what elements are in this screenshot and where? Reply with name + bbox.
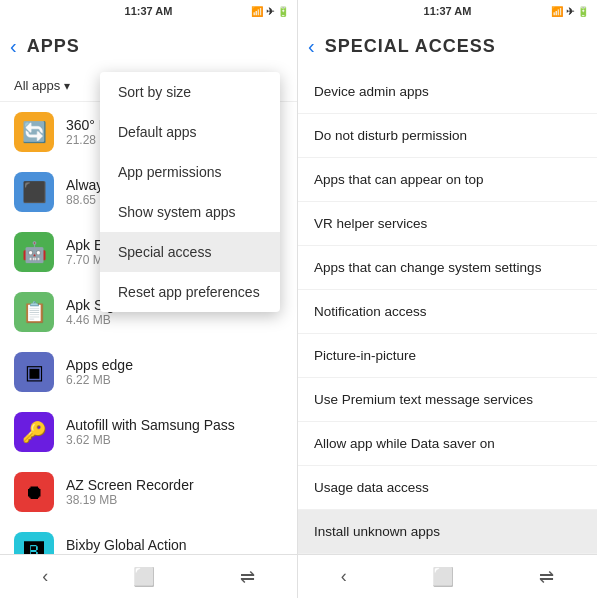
app-info-bixby: Bixby Global Action 5.46 MB [66,537,187,554]
left-time: 11:37 AM [125,5,173,17]
dropdown-menu: Sort by size Default apps App permission… [100,72,280,312]
right-status-bar: 11:37 AM 📶 ✈ 🔋 [298,0,597,22]
special-item-do-not-disturb[interactable]: Do not disturb permission [298,114,597,158]
right-nav-home[interactable]: ⬜ [412,558,474,596]
app-info-autofill: Autofill with Samsung Pass 3.62 MB [66,417,235,447]
app-icon-360: 🔄 [14,112,54,152]
special-item-premium-sms[interactable]: Use Premium text message services [298,378,597,422]
dropdown-default-apps[interactable]: Default apps [100,112,280,152]
left-nav-back[interactable]: ‹ [22,558,68,595]
special-item-change-system-settings[interactable]: Apps that can change system settings [298,246,597,290]
left-app-bar: ‹ APPS [0,22,297,70]
left-nav-home[interactable]: ⬜ [113,558,175,596]
airplane-icon: ✈ [566,6,574,17]
right-back-button[interactable]: ‹ [308,35,315,58]
special-item-install-unknown[interactable]: Install unknown apps [298,510,597,554]
left-status-bar: 11:37 AM 📶 ✈ 🔋 [0,0,297,22]
left-status-icons: 📶 ✈ 🔋 [251,6,289,17]
list-item[interactable]: ⏺ AZ Screen Recorder 38.19 MB [0,462,297,522]
app-size: 6.22 MB [66,373,133,387]
dropdown-app-permissions[interactable]: App permissions [100,152,280,192]
left-title: APPS [27,36,80,57]
app-icon-apkextra: 🤖 [14,232,54,272]
signal-icon: 📶 [251,6,263,17]
special-item-device-admin[interactable]: Device admin apps [298,70,597,114]
right-nav-bar: ‹ ⬜ ⇌ [298,554,597,598]
airplane-icon: ✈ [266,6,274,17]
left-nav-recents[interactable]: ⇌ [220,558,275,596]
app-size: 3.62 MB [66,433,235,447]
special-item-appear-on-top[interactable]: Apps that can appear on top [298,158,597,202]
app-icon-always: ⬛ [14,172,54,212]
left-nav-bar: ‹ ⬜ ⇌ [0,554,297,598]
list-item[interactable]: ▣ Apps edge 6.22 MB [0,342,297,402]
special-item-data-saver[interactable]: Allow app while Data saver on [298,422,597,466]
app-name: Apps edge [66,357,133,373]
dropdown-reset-app-preferences[interactable]: Reset app preferences [100,272,280,312]
right-nav-back[interactable]: ‹ [321,558,367,595]
right-title: SPECIAL ACCESS [325,36,496,57]
right-status-icons: 📶 ✈ 🔋 [551,6,589,17]
app-name: Bixby Global Action [66,537,187,553]
right-time: 11:37 AM [424,5,472,17]
left-panel: 11:37 AM 📶 ✈ 🔋 ‹ APPS All apps ▾ 🔄 360° … [0,0,298,598]
dropdown-sort-by-size[interactable]: Sort by size [100,72,280,112]
app-icon-apksigner: 📋 [14,292,54,332]
app-icon-az: ⏺ [14,472,54,512]
special-item-usage-data[interactable]: Usage data access [298,466,597,510]
app-icon-bixby: 🅱 [14,532,54,554]
left-back-button[interactable]: ‹ [10,35,17,58]
filter-label: All apps [14,78,60,93]
app-size: 4.46 MB [66,313,134,327]
app-info-az: AZ Screen Recorder 38.19 MB [66,477,194,507]
special-item-notification-access[interactable]: Notification access [298,290,597,334]
right-app-bar: ‹ SPECIAL ACCESS [298,22,597,70]
list-item[interactable]: 🅱 Bixby Global Action 5.46 MB [0,522,297,554]
special-access-list: Device admin apps Do not disturb permiss… [298,70,597,554]
dropdown-show-system-apps[interactable]: Show system apps [100,192,280,232]
special-item-picture-in-picture[interactable]: Picture-in-picture [298,334,597,378]
signal-icon: 📶 [551,6,563,17]
right-panel: 11:37 AM 📶 ✈ 🔋 ‹ SPECIAL ACCESS Device a… [298,0,597,598]
list-item[interactable]: 🔑 Autofill with Samsung Pass 3.62 MB [0,402,297,462]
app-name: AZ Screen Recorder [66,477,194,493]
app-name: Autofill with Samsung Pass [66,417,235,433]
battery-icon: 🔋 [277,6,289,17]
app-size: 38.19 MB [66,493,194,507]
dropdown-special-access[interactable]: Special access [100,232,280,272]
filter-chevron: ▾ [64,79,70,93]
app-icon-autofill: 🔑 [14,412,54,452]
right-nav-recents[interactable]: ⇌ [519,558,574,596]
app-info-appsedge: Apps edge 6.22 MB [66,357,133,387]
battery-icon: 🔋 [577,6,589,17]
app-icon-appsedge: ▣ [14,352,54,392]
special-item-vr-helper[interactable]: VR helper services [298,202,597,246]
